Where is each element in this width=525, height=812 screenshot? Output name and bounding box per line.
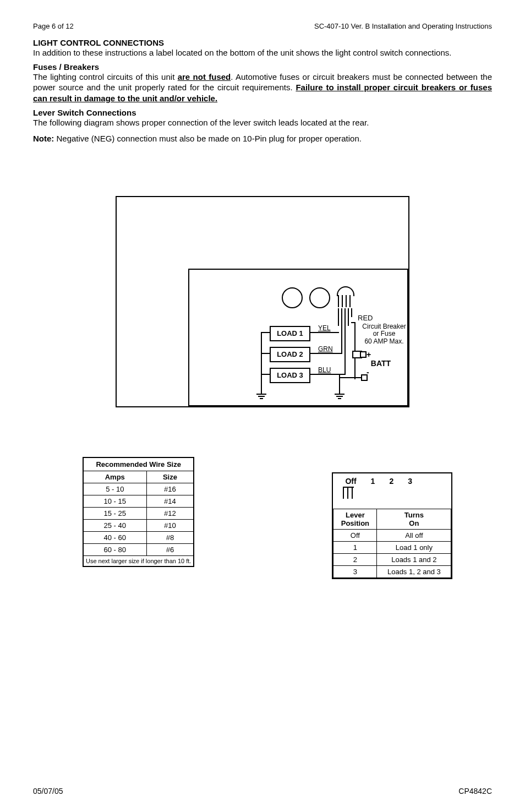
table-row: 40 - 60#8 xyxy=(83,532,194,544)
lever-position-block: Off 1 2 3 LeverPosition TurnsOn OffAll o… xyxy=(332,472,452,579)
cell: 2 xyxy=(333,554,377,566)
connector-icon xyxy=(337,286,353,308)
wire-icon xyxy=(309,374,346,375)
batt-plus: + xyxy=(367,350,371,359)
lever-scale-header: Off 1 2 3 xyxy=(333,473,451,509)
load1-box: LOAD 1 xyxy=(270,326,310,341)
load2-box: LOAD 2 xyxy=(270,347,310,362)
cell: #10 xyxy=(146,520,194,532)
wire-col-size: Size xyxy=(146,471,194,483)
scale-1: 1 xyxy=(371,477,375,486)
page: Page 6 of 12 SC-407-10 Ver. B Installati… xyxy=(0,0,525,812)
heading-lever: Lever Switch Connections xyxy=(33,108,492,117)
cell: 60 - 80 xyxy=(83,544,146,556)
wire-icon xyxy=(351,308,352,317)
cell: #6 xyxy=(146,544,194,556)
cell: 3 xyxy=(333,566,377,578)
wire-icon xyxy=(344,308,346,335)
cb-line2: or Fuse xyxy=(373,330,396,337)
page-header: Page 6 of 12 SC-407-10 Ver. B Installati… xyxy=(33,22,492,30)
wire-icon xyxy=(338,308,339,326)
lever-col-turns: TurnsOn xyxy=(377,509,451,530)
fuses-text-a: The lighting control circuits of this un… xyxy=(33,72,178,81)
cell: #16 xyxy=(146,483,194,495)
terminal-icon xyxy=(360,351,367,358)
table-row: 5 - 10#16 xyxy=(83,483,194,495)
scale-2: 2 xyxy=(389,477,393,486)
cell: Load 1 only xyxy=(377,542,451,554)
wire-icon xyxy=(261,374,270,375)
tables-row: Recommended Wire Size Amps Size 5 - 10#1… xyxy=(33,457,492,579)
wire-icon xyxy=(341,308,342,335)
batt-label: + BATT - xyxy=(367,350,391,377)
terminal-icon xyxy=(361,374,368,381)
cb-line3: 60 AMP Max. xyxy=(364,337,403,345)
footer-right: CP4842C xyxy=(458,787,492,795)
wire-icon xyxy=(339,377,363,378)
label-yel: YEL xyxy=(317,324,332,332)
header-right: SC-407-10 Ver. B Installation and Operat… xyxy=(314,22,492,30)
wire-table-title: Recommended Wire Size xyxy=(83,457,194,471)
wire-icon xyxy=(261,353,270,354)
batt-text: BATT xyxy=(371,359,391,368)
h1b: Position xyxy=(341,519,369,527)
wire-icon xyxy=(354,357,356,379)
heading-fuses: Fuses / Breakers xyxy=(33,62,492,72)
knob-icon xyxy=(282,287,303,308)
para-light-control: In addition to these instructions a labe… xyxy=(33,47,492,58)
label-grn: GRN xyxy=(317,345,334,353)
table-row: 10 - 15#14 xyxy=(83,495,194,508)
para-fuses: The lighting control circuits of this un… xyxy=(33,72,492,103)
lever-table: LeverPosition TurnsOn OffAll off 1Load 1… xyxy=(333,509,451,578)
cell: 25 - 40 xyxy=(83,520,146,532)
wire-icon xyxy=(341,332,342,354)
table-row: OffAll off xyxy=(333,530,451,542)
cell: 1 xyxy=(333,542,377,554)
lever-switch-icon xyxy=(343,487,354,502)
wire-icon xyxy=(261,332,262,387)
wire-table-footnote: Use next larger size if longer than 10 f… xyxy=(83,556,194,567)
table-row: 15 - 25#12 xyxy=(83,508,194,520)
page-footer: 05/07/05 CP4842C xyxy=(33,787,492,795)
wire-icon xyxy=(348,308,349,326)
cell: #12 xyxy=(146,508,194,520)
cb-line1: Circuit Breaker xyxy=(362,323,406,330)
table-row: 60 - 80#6 xyxy=(83,544,194,556)
heading-light-control: LIGHT CONTROL CONNECTIONS xyxy=(33,38,492,47)
fuses-text-b: are not fused xyxy=(178,72,231,81)
wire-icon xyxy=(261,332,270,333)
h1a: Lever xyxy=(346,511,365,519)
wire-icon xyxy=(309,332,339,333)
load3-box: LOAD 3 xyxy=(270,368,310,383)
cell: Loads 1 and 2 xyxy=(377,554,451,566)
knob-icon xyxy=(309,287,330,308)
wire-icon xyxy=(309,353,342,354)
h2a: Turns xyxy=(404,511,424,519)
table-row: 3Loads 1, 2 and 3 xyxy=(333,566,451,578)
circuit-breaker-label: Circuit Breaker or Fuse 60 AMP Max. xyxy=(354,323,414,345)
cell: 5 - 10 xyxy=(83,483,146,495)
header-left: Page 6 of 12 xyxy=(33,22,74,30)
cell: All off xyxy=(377,530,451,542)
wiring-diagram: RED Circuit Breaker or Fuse 60 AMP Max. … xyxy=(116,196,409,407)
cell: Off xyxy=(333,530,377,542)
cell: #14 xyxy=(146,495,194,508)
scale-3: 3 xyxy=(408,477,412,486)
unit-enclosure: RED Circuit Breaker or Fuse 60 AMP Max. … xyxy=(188,269,408,406)
lever-col-position: LeverPosition xyxy=(333,509,377,530)
footer-left: 05/07/05 xyxy=(33,787,63,795)
note-body: Negative (NEG) connection must also be m… xyxy=(54,134,362,143)
cell: #8 xyxy=(146,532,194,544)
wire-col-amps: Amps xyxy=(83,471,146,483)
wire-icon xyxy=(344,332,346,375)
note-label: Note: xyxy=(33,134,54,143)
para-note: Note: Negative (NEG) connection must als… xyxy=(33,133,492,144)
cell: 15 - 25 xyxy=(83,508,146,520)
label-blu: BLU xyxy=(317,366,332,374)
scale-off: Off xyxy=(345,477,356,486)
table-row: 2Loads 1 and 2 xyxy=(333,554,451,566)
label-red: RED xyxy=(358,314,373,322)
cell: Loads 1, 2 and 3 xyxy=(377,566,451,578)
wire-size-table: Recommended Wire Size Amps Size 5 - 10#1… xyxy=(83,457,194,567)
cell: 40 - 60 xyxy=(83,532,146,544)
